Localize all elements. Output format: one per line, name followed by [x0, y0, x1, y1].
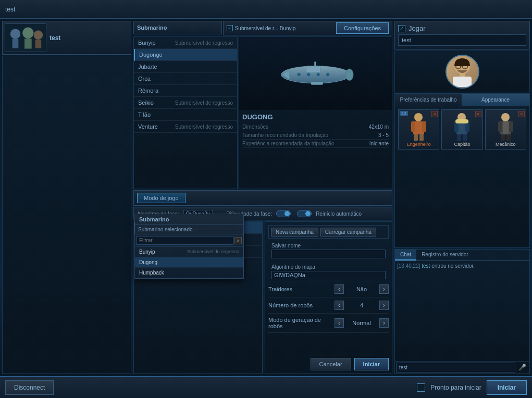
sub-crew-row: Tamanho recomendado da tripulação 3 - 5	[242, 131, 389, 140]
robots-dec-btn[interactable]: ‹	[335, 301, 344, 310]
sub-selected-label: Submarino selecionado	[135, 225, 243, 234]
svg-rect-8	[306, 66, 320, 73]
svg-point-5	[34, 30, 43, 40]
dropdown-overlay: Submarino Submarino selecionado × Bunyip…	[134, 214, 244, 279]
map-algo-section: Algoritmo do mapa GIWDAQNa	[268, 263, 389, 281]
sub-item-bunyip[interactable]: Bunyip Submersível de regresso	[134, 37, 237, 49]
traitors-inc-btn[interactable]: ›	[379, 284, 389, 294]
traitors-section: Traidores ‹ Não ›	[268, 284, 389, 297]
tab-header: Preferências de trabalho Appearance	[395, 94, 529, 106]
settings-right: Nova campanha Carregar campanha Salvar n…	[265, 221, 392, 374]
chat-input[interactable]	[396, 363, 515, 372]
autorestart-label: Reinício automático	[316, 211, 362, 217]
outfit-close-3[interactable]: ×	[518, 111, 525, 117]
tab-chat[interactable]: Chat	[395, 250, 416, 260]
game-mode-bar: Modo de jogo	[133, 190, 392, 206]
robots-value: 4	[346, 302, 377, 308]
avatar	[446, 55, 479, 89]
nova-campanha-btn[interactable]: Nova campanha	[271, 228, 318, 237]
sub-item-jubarte[interactable]: Jubarte	[134, 61, 237, 73]
tab-preferencias[interactable]: Preferências de trabalho	[395, 94, 462, 106]
svg-point-14	[326, 73, 329, 77]
robot-mode-control: ‹ Normal ›	[335, 318, 389, 328]
sub-checkbox-label: Submersível de r... Bunyip	[235, 26, 296, 31]
svg-point-12	[306, 73, 310, 77]
dropdown-sub-dugong[interactable]: Dugong	[135, 257, 243, 268]
svg-point-9	[345, 69, 353, 80]
chat-tab-header: Chat Registro do servidor	[395, 250, 529, 261]
dropdown-sub-bunyip[interactable]: Bunyip Submersível de regresso	[135, 247, 243, 257]
game-mode-button[interactable]: Modo de jogo	[137, 193, 185, 203]
autorestart-toggle[interactable]	[297, 210, 312, 217]
outfit-capitao[interactable]: ×	[441, 109, 482, 150]
autorestart-handle	[305, 211, 311, 216]
svg-rect-26	[422, 121, 426, 132]
outfit-figure-3	[492, 112, 518, 141]
submarine-header-label: Submarino	[137, 24, 167, 31]
traitors-control: ‹ Não ›	[335, 284, 389, 294]
start-button[interactable]: Iniciar	[354, 358, 389, 370]
filter-input[interactable]	[137, 236, 233, 245]
outfit-name-3: Mecânico	[496, 142, 516, 147]
filter-clear-btn[interactable]: ×	[234, 237, 242, 244]
svg-point-13	[316, 73, 319, 77]
svg-point-11	[297, 73, 301, 77]
tab-appearance[interactable]: Appearance	[462, 94, 529, 106]
ready-label: Pronto para iniciar	[430, 384, 481, 391]
robot-mode-label: Modo de geração de robôs	[268, 317, 335, 329]
robot-mode-dec-btn[interactable]: ‹	[335, 318, 344, 328]
ready-section: Pronto para iniciar Iniciar	[417, 380, 527, 395]
sub-preview-image	[239, 37, 392, 110]
iniciar-button[interactable]: Iniciar	[487, 380, 527, 395]
config-button[interactable]: Configurações	[336, 22, 389, 34]
robots-label: Número de robôs	[268, 302, 313, 308]
jogar-checkbox[interactable]	[398, 25, 405, 32]
sub-checkbox[interactable]	[227, 25, 233, 31]
difficulty-toggle[interactable]	[276, 210, 291, 217]
outfit-close-2[interactable]: ×	[475, 111, 481, 117]
sub-item-tifao[interactable]: Tifão	[134, 109, 237, 121]
sub-item-venture[interactable]: Venture Submersível de regresso	[134, 121, 237, 133]
dropdown-sub-humpback[interactable]: Humpback	[135, 268, 243, 278]
server-card: test	[2, 21, 131, 55]
chat-message-0: [13.40.22] test entrou no servidor.	[397, 263, 527, 269]
outfit-close-1[interactable]: ×	[431, 111, 438, 117]
sub-exp-row: Experiência recomendada da tripulação In…	[242, 140, 389, 148]
sub-item-dugongo[interactable]: Dugongo	[134, 49, 237, 61]
username-input[interactable]	[398, 34, 526, 46]
outfit-name-2: Capitão	[454, 142, 470, 147]
save-name-input[interactable]	[271, 250, 386, 258]
outfit-mecanico[interactable]: ×	[485, 109, 526, 150]
svg-rect-42	[503, 121, 509, 134]
sub-item-remora[interactable]: Rêmora	[134, 85, 237, 97]
svg-point-36	[501, 113, 510, 121]
save-name-label: Salvar nome	[268, 242, 389, 248]
chat-messages: [13.40.22] test entrou no servidor.	[395, 261, 529, 361]
svg-rect-40	[501, 134, 505, 141]
ready-checkbox[interactable]	[417, 383, 425, 392]
sub-item-orca[interactable]: Orca	[134, 73, 237, 85]
robot-mode-section: Modo de geração de robôs ‹ Normal ›	[268, 317, 389, 333]
chat-section: Chat Registro do servidor [13.40.22] tes…	[394, 249, 530, 374]
svg-rect-33	[457, 134, 461, 141]
sub-item-seikio[interactable]: Seikio Submersível de regresso	[134, 97, 237, 109]
outfit-figure-1	[406, 112, 432, 141]
svg-rect-10	[314, 61, 316, 66]
robot-mode-inc-btn[interactable]: ›	[379, 318, 389, 328]
svg-rect-6	[35, 40, 42, 48]
carregar-campanha-btn[interactable]: Carregar campanha	[320, 228, 376, 237]
svg-rect-2	[13, 39, 19, 48]
robots-inc-btn[interactable]: ›	[379, 301, 389, 310]
outfit-engenheiro[interactable]: 1 2 × Engenheiro	[398, 109, 439, 150]
robots-section: Número de robôs ‹ 4 ›	[268, 301, 389, 314]
bottom-bar: Disconnect Pronto para iniciar Iniciar	[0, 376, 532, 398]
svg-rect-4	[24, 39, 32, 49]
tab-server-log[interactable]: Registro do servidor	[416, 250, 473, 260]
cancel-button[interactable]: Cancelar	[311, 358, 351, 370]
disconnect-button[interactable]: Disconnect	[5, 380, 54, 395]
outfit-grid: 1 2 × Engenheiro	[395, 106, 529, 153]
sub-info: DUGONG Dimensões 42x10 m Tamanho recomen…	[239, 110, 392, 151]
dropdown-sub-list: Bunyip Submersível de regresso Dugong Hu…	[135, 247, 243, 278]
traitors-dec-btn[interactable]: ‹	[335, 284, 344, 294]
server-image	[5, 23, 46, 52]
